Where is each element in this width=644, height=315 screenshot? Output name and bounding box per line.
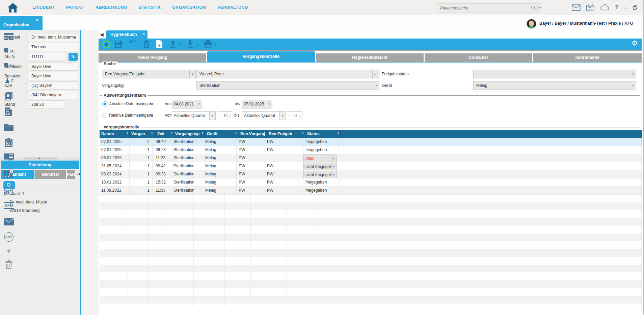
add-module-icon[interactable]: + — [0, 247, 18, 256]
menu-linudent[interactable]: LINUDENT — [32, 5, 55, 10]
kfo-icon[interactable]: KFO — [0, 202, 18, 209]
table-row[interactable]: 08.03.2024109:33SterilisationMelagPWPWni… — [100, 170, 642, 178]
table-row[interactable]: 11.08.2021111:33SterilisationMelagPWPWfr… — [100, 187, 642, 195]
rel-bis-combo[interactable]: Aktuelles Quartal — [242, 111, 286, 120]
subtab-container[interactable]: Container — [425, 53, 532, 62]
splitter-collapse-icon[interactable]: ▲ — [38, 156, 41, 160]
clipboard-check-icon[interactable] — [0, 138, 18, 147]
lab-flask-icon[interactable]: E — [0, 77, 18, 85]
von-date-picker[interactable]: 04.08.2021 — [172, 100, 202, 108]
status-dropdown[interactable]: nicht freigegeb — [303, 171, 337, 178]
search-dropdown-icon[interactable]: ▾ — [539, 6, 541, 9]
tooth-pa-icon[interactable]: PA — [0, 62, 18, 70]
relative-radio[interactable] — [102, 113, 107, 118]
sf-icon[interactable]: S&F — [0, 232, 18, 242]
restore-icon[interactable] — [633, 5, 637, 10]
absolute-label[interactable]: Absolute Datumseingabe — [109, 99, 154, 108]
behandler-field[interactable]: Bayer Uwe — [29, 63, 78, 71]
edit-icon[interactable]: ✎ — [69, 53, 78, 61]
vorgangstyp-combo[interactable]: Sterilisation — [196, 81, 379, 90]
document-au-icon[interactable]: AU — [0, 107, 18, 116]
help-icon[interactable]: ? — [615, 4, 618, 11]
menu-statistik[interactable]: STATISTIK — [139, 5, 161, 10]
menu-abrechnung[interactable]: ABRECHNUNG — [96, 5, 127, 10]
delete-button[interactable] — [143, 40, 150, 48]
tree-scroll-track[interactable] — [70, 191, 70, 311]
mandant-field-2[interactable]: Thomas — [29, 43, 78, 51]
rel-bis-stepper[interactable]: 0 ▴▾ — [287, 111, 302, 120]
print-dropdown-icon[interactable]: ▾ — [215, 43, 216, 47]
col-header-vorgangstyp[interactable]: Vorgangstyp▲▼ — [174, 130, 205, 138]
new-document-button[interactable]: + — [156, 40, 163, 48]
subtab-neuer-vorgang[interactable]: Neuer Vorgang — [99, 53, 206, 62]
schedule-grid-icon[interactable] — [0, 33, 18, 41]
kzv-field[interactable]: (11) Bayern — [29, 81, 78, 90]
filter-value-field[interactable]: Wurzel, Peter — [196, 70, 372, 78]
back-icon[interactable]: ◀ — [100, 32, 104, 37]
col-header-geraet[interactable]: Gerät▲▼ — [205, 130, 238, 138]
hygienebuch-close-icon[interactable]: × — [142, 31, 145, 36]
einstellung-tab-parameter[interactable]: Parameter — [67, 170, 75, 179]
tab-scroll-left-icon[interactable]: ◄ — [75, 172, 78, 176]
absolute-radio[interactable] — [102, 101, 107, 106]
menu-patient[interactable]: PATIENT — [66, 5, 84, 10]
table-row[interactable]: 06.01.2025111:23SterilisationMelagPWoffe… — [100, 154, 642, 162]
rp-card-icon[interactable]: RP — [0, 153, 18, 161]
subtab-vorgangskontrolle[interactable]: Vorgangskontrolle — [207, 51, 315, 62]
abrnr-field[interactable]: 111111 — [29, 53, 65, 61]
run-button[interactable] — [102, 40, 111, 49]
relative-label[interactable]: Relative Datumseingabe — [109, 111, 153, 120]
save-button[interactable] — [114, 40, 122, 48]
search-icon[interactable] — [531, 5, 536, 10]
table-row[interactable]: 07.01.2025109:28SterilisationMelagPWPWfr… — [100, 146, 642, 154]
message-icon[interactable] — [0, 218, 18, 225]
col-header-datum[interactable]: Datum▲▼ — [100, 130, 130, 138]
monthly-statement-icon[interactable]: M — [0, 186, 18, 195]
minimize-icon[interactable]: – — [624, 5, 627, 10]
col-header-ben-vorgang[interactable]: Ben.Vorgang▲▼ — [238, 130, 267, 138]
einstellung-tab-benutzer[interactable]: Benutzer — [35, 170, 66, 179]
freigabestatus-combo[interactable] — [473, 70, 636, 78]
menu-verwaltung[interactable]: VERWALTUNG — [217, 5, 248, 10]
col-header-status[interactable]: Status▲▼ — [305, 130, 341, 138]
calendar-icon[interactable] — [586, 4, 594, 11]
status-dropdown[interactable]: nicht freigegeb — [303, 163, 337, 170]
status-dropdown[interactable]: offen — [303, 154, 337, 162]
bis-date-picker[interactable]: 07.01.2025 — [242, 100, 272, 108]
import-dropdown-icon[interactable]: ▾ — [179, 43, 181, 47]
tab-organisation[interactable]: Organisation × — [0, 16, 43, 30]
user-context-link[interactable]: Bayer / Bayer / Mustermann-Test / Praxis… — [539, 21, 633, 26]
filter-type-combo[interactable]: Ben.Vorgang/Freigabe — [102, 70, 196, 78]
patient-search-input[interactable] — [437, 6, 531, 10]
tree-node-city[interactable]: 82319 Starnberg — [9, 208, 39, 213]
kv-field[interactable]: (64) Oberbayern — [29, 91, 78, 99]
mail-icon[interactable] — [572, 4, 581, 11]
col-header-ben-freigab[interactable]: Ben.Freigab▲▼ — [267, 130, 305, 138]
subtab-instrumente[interactable]: Instrumente — [533, 53, 642, 62]
col-header-zeit[interactable]: Zeit▲▼ — [154, 130, 174, 138]
undo-button[interactable]: ↶ — [129, 38, 135, 47]
col-header-vorgang[interactable]: Vorgan▲▼ — [130, 130, 154, 138]
mandant-field[interactable]: Dr. med. dent. Musterma — [29, 33, 78, 41]
folder-icon[interactable] — [0, 123, 18, 131]
subtab-hygieneuebersicht[interactable]: Hygieneübersicht — [316, 53, 424, 62]
tooth-ze-icon[interactable]: ZE — [0, 47, 18, 55]
home-button[interactable] — [6, 3, 20, 13]
remove-module-icon[interactable] — [0, 260, 18, 269]
table-row[interactable]: 31.05.2024109:42SterilisationMelagPWPWni… — [100, 162, 642, 170]
patient-images-icon[interactable] — [0, 92, 18, 101]
menu-organisation[interactable]: ORGANISATION — [172, 5, 206, 10]
stand-field[interactable]: 239.33 — [29, 100, 65, 108]
rel-von-stepper[interactable]: 0 ▴▾ — [217, 111, 232, 120]
benutzer-field[interactable]: Bayer Uwe — [29, 72, 78, 80]
export-dropdown-icon[interactable]: ▾ — [197, 43, 198, 47]
user-avatar[interactable] — [527, 19, 536, 29]
geraet-combo[interactable]: Melag — [473, 81, 636, 90]
hygienebuch-tab[interactable]: Hygienebuch × — [106, 30, 147, 39]
tab-close-icon[interactable]: × — [36, 18, 38, 23]
invoices-euro-icon[interactable]: € — [0, 169, 18, 178]
print-button[interactable] — [204, 40, 212, 48]
browse-button[interactable]: ... — [372, 70, 379, 78]
rel-von-combo[interactable]: Aktuelles Quartal — [172, 111, 216, 120]
table-row[interactable]: 07.01.2025209:40SterilisationMelagPWPWfr… — [100, 138, 642, 146]
